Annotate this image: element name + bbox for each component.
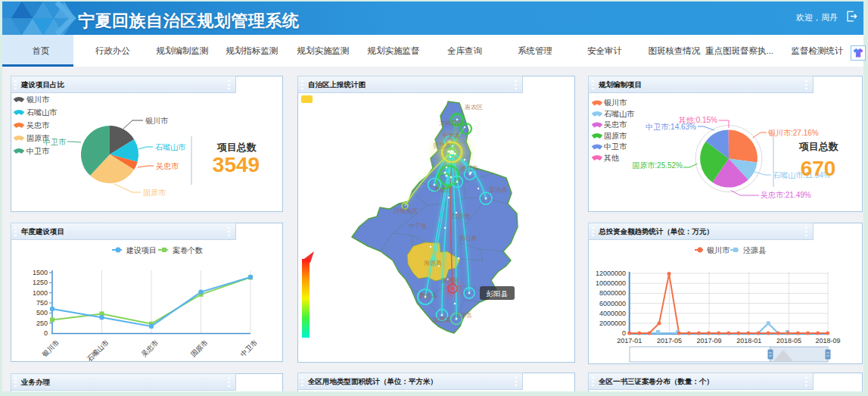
- svg-text:750: 750: [36, 299, 48, 307]
- svg-text:石嘴山市: 石嘴山市: [26, 108, 58, 117]
- svg-text:盐池县: 盐池县: [489, 186, 507, 193]
- svg-text:石嘴山市: 石嘴山市: [604, 110, 635, 118]
- svg-text:中卫市: 中卫市: [604, 142, 627, 151]
- svg-text:2017-09: 2017-09: [697, 337, 722, 345]
- svg-text:石嘴山市: 石嘴山市: [155, 143, 186, 151]
- svg-text:250: 250: [36, 320, 48, 327]
- svg-text:0: 0: [44, 329, 48, 337]
- svg-text:建设项目: 建设项目: [126, 246, 157, 254]
- svg-text:2018-01: 2018-01: [736, 337, 761, 345]
- svg-text:12000000: 12000000: [596, 270, 626, 277]
- svg-text:2017-05: 2017-05: [657, 337, 682, 345]
- svg-text:6000000: 6000000: [599, 300, 626, 307]
- svg-text:0: 0: [622, 329, 626, 337]
- svg-text:泾源县: 泾源县: [454, 312, 472, 319]
- svg-text:银川市: 银川市: [145, 117, 169, 125]
- svg-text:吴忠市: 吴忠市: [604, 120, 627, 129]
- svg-text:平罗县: 平罗县: [442, 133, 460, 139]
- svg-text:银川市: 银川市: [707, 246, 730, 254]
- svg-text:2018-05: 2018-05: [776, 337, 801, 345]
- svg-text:沙坡头区: 沙坡头区: [394, 207, 418, 214]
- svg-text:项目总数: 项目总数: [798, 141, 838, 152]
- svg-text:吴忠市: 吴忠市: [156, 162, 179, 170]
- svg-text:4000000: 4000000: [599, 310, 626, 317]
- svg-text:2017-01: 2017-01: [617, 337, 642, 345]
- svg-text:8000000: 8000000: [599, 289, 626, 297]
- svg-text:吴忠市: 吴忠市: [26, 121, 50, 129]
- svg-text:2018-09: 2018-09: [815, 337, 840, 345]
- svg-text:10000000: 10000000: [596, 279, 626, 287]
- svg-text:固原市: 固原市: [143, 189, 166, 197]
- svg-text:中宁县: 中宁县: [409, 223, 427, 229]
- svg-text:红寺堡: 红寺堡: [452, 213, 470, 220]
- svg-text:银川市: 银川市: [604, 98, 627, 107]
- svg-text:1500: 1500: [33, 269, 48, 276]
- svg-text:3549: 3549: [213, 153, 260, 176]
- svg-text:惠农区: 惠农区: [464, 104, 483, 111]
- svg-text:灵武市: 灵武市: [460, 165, 478, 172]
- svg-text:同心县: 同心县: [459, 235, 477, 242]
- svg-text:银川市:27.16%: 银川市:27.16%: [768, 129, 819, 137]
- svg-text:1000: 1000: [33, 289, 48, 297]
- svg-text:固原市: 固原市: [189, 338, 209, 358]
- svg-text:中卫市:14.63%: 中卫市:14.63%: [646, 123, 696, 131]
- svg-text:中卫市: 中卫市: [239, 338, 259, 358]
- svg-text:固原市:25.52%: 固原市:25.52%: [632, 161, 683, 170]
- svg-text:500: 500: [36, 309, 48, 316]
- svg-text:石嘴山市: 石嘴山市: [85, 338, 110, 361]
- svg-text:固原市: 固原市: [604, 132, 627, 140]
- svg-text:1250: 1250: [33, 279, 48, 286]
- svg-text:泾源县: 泾源县: [743, 246, 767, 254]
- svg-text:吴忠市:21.49%: 吴忠市:21.49%: [761, 191, 811, 199]
- svg-text:670: 670: [801, 157, 836, 180]
- svg-text:大武口区: 大武口区: [439, 120, 463, 126]
- svg-text:吴忠市: 吴忠市: [140, 338, 160, 358]
- svg-text:隆德县: 隆德县: [433, 316, 451, 323]
- svg-text:原州区: 原州区: [440, 277, 459, 284]
- svg-text:海原县: 海原县: [424, 260, 442, 267]
- svg-text:利通区: 利通区: [434, 186, 453, 193]
- svg-text:项目总数: 项目总数: [216, 142, 257, 153]
- svg-text:银川市: 银川市: [26, 95, 50, 104]
- svg-text:2000000: 2000000: [599, 320, 626, 327]
- svg-text:银川市: 银川市: [41, 338, 61, 358]
- svg-text:其他: 其他: [604, 154, 619, 162]
- svg-text:彭阳县: 彭阳县: [486, 289, 509, 298]
- svg-text:贺兰县: 贺兰县: [433, 142, 451, 149]
- svg-text:案卷个数: 案卷个数: [173, 246, 203, 254]
- svg-text:中卫市: 中卫市: [26, 147, 50, 155]
- svg-text:中卫市: 中卫市: [43, 138, 67, 146]
- svg-text:西吉县: 西吉县: [419, 292, 437, 299]
